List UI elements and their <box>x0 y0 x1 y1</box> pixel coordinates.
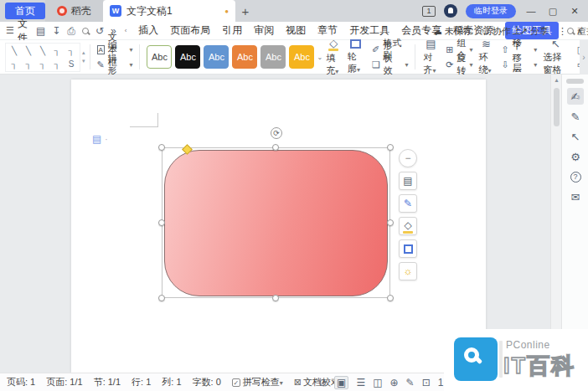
rail-handle[interactable] <box>566 79 584 84</box>
rounded-rectangle-shape[interactable] <box>164 150 388 296</box>
vertical-scrollbar[interactable]: ▴ <box>550 75 561 373</box>
quick-outline-button[interactable]: ✎ <box>399 194 417 213</box>
send-backward-button[interactable]: ⇩ 下移一层 ▾ <box>498 58 539 71</box>
gallery-up-icon[interactable]: ▴ <box>82 49 85 56</box>
shape-style-swatch[interactable]: Abc <box>232 45 257 69</box>
outline-button[interactable]: 轮廓▾ <box>344 39 366 75</box>
collaborate-button[interactable]: ⚇ 协作 <box>482 25 511 38</box>
bulb-icon: ☼ <box>404 265 413 277</box>
line-shape-item[interactable]: ┐ <box>64 44 78 57</box>
line-shape-item[interactable]: ┐ <box>50 58 64 70</box>
line-shape-item[interactable]: ┐ <box>8 58 21 70</box>
shape-style-swatch[interactable]: Abc <box>175 45 200 69</box>
line-shape-gallery[interactable]: ╲ ╲ ╲ ┐ ┐ ┐ ┐ ┐ ┐ S <box>5 43 80 72</box>
watermark-logo <box>454 337 498 381</box>
window-manager-icon[interactable]: 1 <box>422 6 436 17</box>
chevron-down-icon: ▾ <box>129 46 132 54</box>
collapse-ribbon-icon[interactable]: ∧ <box>576 26 583 37</box>
recommend-button[interactable]: ☼ <box>399 262 417 280</box>
print-icon[interactable]: ⎙ <box>67 25 75 37</box>
kebab-menu-icon[interactable]: ⋮ <box>558 26 567 37</box>
resize-handle-e[interactable] <box>387 219 394 226</box>
shape-style-swatch[interactable]: Abc <box>260 45 286 69</box>
scrollbar-thumb[interactable] <box>554 88 560 126</box>
close-button[interactable]: ✕ <box>568 6 581 17</box>
help-icon[interactable]: ? <box>567 168 584 185</box>
pen-tool-icon[interactable]: ✎ <box>567 108 584 125</box>
selection-pane-icon: ↖ <box>551 39 560 49</box>
line-shape-item[interactable]: ┐ <box>22 58 35 70</box>
maximize-button[interactable]: ▢ <box>546 6 560 17</box>
align-button[interactable]: ▤ 对齐▾ <box>420 39 441 76</box>
style-gallery-expand-icon[interactable]: ⌄ <box>317 54 322 61</box>
line-shape-item[interactable]: ┐ <box>50 44 64 57</box>
menu-view[interactable]: 视图 <box>286 23 306 38</box>
menu-review[interactable]: 审阅 <box>254 23 274 38</box>
line-shape-item[interactable]: ╲ <box>22 44 35 57</box>
menu-page-layout[interactable]: 页面布局 <box>170 23 210 38</box>
menu-references[interactable]: 引用 <box>222 23 242 38</box>
temp-login-button[interactable]: 临时登录 <box>466 4 516 18</box>
resize-handle-w[interactable] <box>158 219 165 226</box>
assistant-bell-icon[interactable] <box>444 4 457 18</box>
undo-icon[interactable]: ↺ <box>95 25 104 37</box>
gallery-down-icon[interactable]: ▾ <box>82 58 85 64</box>
right-side-rail: ✍ ✎ ↖ ⚙ ? ✉ <box>561 75 588 373</box>
settings-tune-icon[interactable]: ⚙ <box>567 148 584 165</box>
shape-style-swatch[interactable]: Abc <box>289 45 314 69</box>
spellcheck-toggle[interactable]: ✓拼写检查▾ <box>232 376 283 388</box>
feedback-icon[interactable]: ✉ <box>567 188 584 205</box>
view-read-icon[interactable]: ◫ <box>373 377 382 388</box>
shape-style-swatch[interactable]: Abc <box>147 45 172 69</box>
line-shape-item[interactable]: ╲ <box>36 44 49 57</box>
resize-handle-nw[interactable] <box>158 144 165 151</box>
layout-options-button[interactable]: ▤ <box>399 172 417 190</box>
resize-handle-s[interactable] <box>272 295 279 301</box>
ribbon-overflow-chevron[interactable]: › <box>580 40 588 75</box>
view-page-icon[interactable]: ▣ <box>334 376 348 389</box>
hamburger-icon[interactable]: ☰ <box>6 25 14 36</box>
wrap-button[interactable]: ≋ 环绕▾ <box>476 39 498 76</box>
view-mode-switcher: ⊙ ▣ ☰ ◫ ⊕ ✎ ⊡ 1 <box>318 373 443 391</box>
pconline-watermark: PConline IT百科 <box>444 329 588 391</box>
tab-docer[interactable]: 稻壳 <box>45 0 103 22</box>
view-outline-icon[interactable]: ☰ <box>356 377 365 388</box>
selection-pane-button[interactable]: ↖ 选择窗格 <box>539 39 571 76</box>
fill-button[interactable]: ◇ 填充▾ <box>322 38 344 77</box>
shape-effects-button[interactable]: ❏ 形状效果 ▾ <box>369 58 410 71</box>
menu-dev-tools[interactable]: 开发工具 <box>349 23 389 38</box>
resize-handle-ne[interactable] <box>387 144 394 151</box>
shape-style-swatch[interactable]: Abc <box>204 45 229 69</box>
collapse-panel-button[interactable]: − <box>399 149 417 167</box>
resize-handle-n[interactable] <box>272 144 279 151</box>
menu-insert[interactable]: 插入 <box>138 23 158 38</box>
resize-handle-sw[interactable] <box>158 295 165 301</box>
minimize-button[interactable]: — <box>524 6 538 16</box>
line-shape-item[interactable]: ╲ <box>8 44 21 57</box>
edit-shape-button[interactable]: ✎ 编辑形状 ▾ <box>95 58 136 71</box>
print-preview-icon[interactable] <box>82 28 89 34</box>
quick-style-button[interactable] <box>399 239 417 258</box>
resize-handle-se[interactable] <box>387 295 394 301</box>
chevron-down-icon: ▾ <box>432 67 436 75</box>
tab-document[interactable]: W 文字文稿1 ● <box>103 0 235 22</box>
quick-fill-button[interactable]: ◇ <box>399 217 417 235</box>
minus-icon: − <box>405 152 410 164</box>
view-pen-icon[interactable]: ✎ <box>406 377 415 388</box>
eye-protect-icon[interactable]: ⊙ <box>318 377 327 388</box>
line-shape-item[interactable]: ┐ <box>36 58 49 70</box>
export-icon[interactable]: ↧ <box>52 25 60 37</box>
wps-writer-window: 首页 稻壳 W 文字文稿1 ● + 1 临时登录 — ▢ ✕ ☰ 文件 ▤ ↧ … <box>0 0 588 391</box>
rotate-button[interactable]: ⟳ 旋转 ▾ <box>443 58 475 71</box>
proofread-icon: ⊠ <box>294 377 302 387</box>
rotate-handle[interactable]: ⟳ <box>271 127 282 139</box>
line-shape-item[interactable]: S <box>64 58 78 70</box>
word-count[interactable]: 字数: 0 <box>193 376 221 388</box>
hand-write-tool-icon[interactable]: ✍ <box>567 88 584 105</box>
save-icon[interactable]: ▤ <box>36 25 45 37</box>
new-tab-button[interactable]: + <box>235 4 255 18</box>
zoom-select-icon[interactable]: ⊡ <box>422 377 431 388</box>
cursor-tool-icon[interactable]: ↖ <box>567 128 584 145</box>
menu-section[interactable]: 章节 <box>317 23 338 38</box>
view-web-icon[interactable]: ⊕ <box>390 377 399 388</box>
